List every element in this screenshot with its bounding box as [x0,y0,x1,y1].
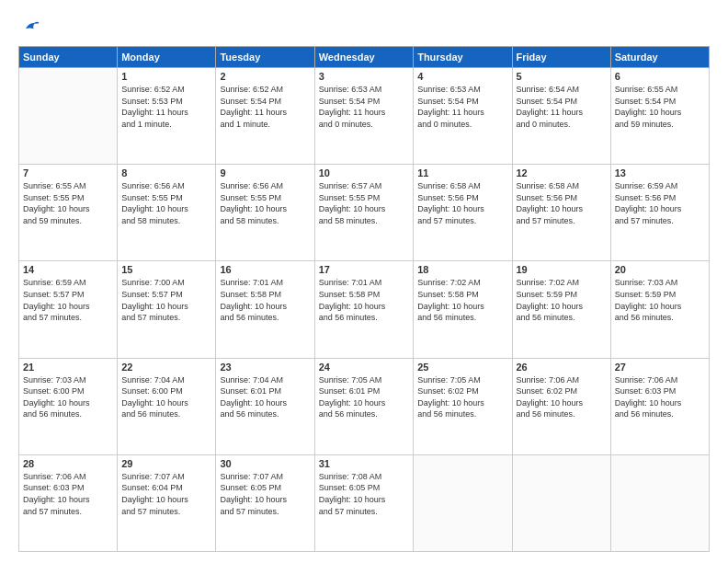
day-info: Sunrise: 6:52 AM Sunset: 5:53 PM Dayligh… [121,84,211,130]
calendar-week-row: 1Sunrise: 6:52 AM Sunset: 5:53 PM Daylig… [19,68,710,165]
calendar-cell: 27Sunrise: 7:06 AM Sunset: 6:03 PM Dayli… [610,358,709,454]
day-header-friday: Friday [512,47,610,68]
day-info: Sunrise: 6:53 AM Sunset: 5:54 PM Dayligh… [417,84,507,130]
calendar-cell: 6Sunrise: 6:55 AM Sunset: 5:54 PM Daylig… [610,68,709,165]
day-header-monday: Monday [118,47,216,68]
day-number: 14 [23,264,113,275]
day-number: 19 [517,264,607,275]
day-info: Sunrise: 7:01 AM Sunset: 5:58 PM Dayligh… [220,277,310,323]
day-info: Sunrise: 7:06 AM Sunset: 6:03 PM Dayligh… [23,471,113,517]
day-number: 24 [319,362,409,373]
day-number: 25 [417,362,507,373]
day-info: Sunrise: 7:00 AM Sunset: 5:57 PM Dayligh… [121,277,211,323]
calendar-week-row: 14Sunrise: 6:59 AM Sunset: 5:57 PM Dayli… [19,261,710,358]
calendar-cell: 8Sunrise: 6:56 AM Sunset: 5:55 PM Daylig… [118,165,216,261]
calendar-week-row: 21Sunrise: 7:03 AM Sunset: 6:00 PM Dayli… [19,358,710,454]
calendar-cell [512,454,610,551]
calendar-cell: 5Sunrise: 6:54 AM Sunset: 5:54 PM Daylig… [512,68,610,165]
day-number: 12 [517,167,607,178]
day-number: 22 [121,362,211,373]
day-info: Sunrise: 7:06 AM Sunset: 6:02 PM Dayligh… [517,374,607,420]
calendar-cell: 11Sunrise: 6:58 AM Sunset: 5:56 PM Dayli… [414,165,512,261]
day-number: 27 [615,362,705,373]
day-number: 4 [417,71,507,82]
day-number: 7 [23,167,113,178]
day-number: 5 [517,71,607,82]
day-number: 18 [417,264,507,275]
calendar-cell: 10Sunrise: 6:57 AM Sunset: 5:55 PM Dayli… [314,165,413,261]
calendar-cell: 26Sunrise: 7:06 AM Sunset: 6:02 PM Dayli… [512,358,610,454]
calendar-cell: 22Sunrise: 7:04 AM Sunset: 6:00 PM Dayli… [118,358,216,454]
day-number: 17 [319,264,409,275]
calendar-cell: 4Sunrise: 6:53 AM Sunset: 5:54 PM Daylig… [414,68,512,165]
day-info: Sunrise: 7:07 AM Sunset: 6:04 PM Dayligh… [121,471,211,517]
calendar-cell: 7Sunrise: 6:55 AM Sunset: 5:55 PM Daylig… [19,165,118,261]
day-header-tuesday: Tuesday [216,47,314,68]
day-info: Sunrise: 6:59 AM Sunset: 5:57 PM Dayligh… [23,277,113,323]
day-number: 28 [23,458,113,469]
logo [18,17,40,37]
calendar-cell: 16Sunrise: 7:01 AM Sunset: 5:58 PM Dayli… [216,261,314,358]
day-info: Sunrise: 7:06 AM Sunset: 6:03 PM Dayligh… [615,374,705,420]
day-info: Sunrise: 6:52 AM Sunset: 5:54 PM Dayligh… [220,84,310,130]
day-info: Sunrise: 7:04 AM Sunset: 6:00 PM Dayligh… [121,374,211,420]
calendar-cell: 14Sunrise: 6:59 AM Sunset: 5:57 PM Dayli… [19,261,118,358]
day-number: 2 [220,71,310,82]
day-number: 21 [23,362,113,373]
day-info: Sunrise: 7:03 AM Sunset: 5:59 PM Dayligh… [615,277,705,323]
calendar-cell: 19Sunrise: 7:02 AM Sunset: 5:59 PM Dayli… [512,261,610,358]
day-info: Sunrise: 7:01 AM Sunset: 5:58 PM Dayligh… [319,277,409,323]
day-number: 31 [319,458,409,469]
day-number: 9 [220,167,310,178]
calendar-cell: 12Sunrise: 6:58 AM Sunset: 5:56 PM Dayli… [512,165,610,261]
day-header-wednesday: Wednesday [314,47,413,68]
day-info: Sunrise: 6:58 AM Sunset: 5:56 PM Dayligh… [517,180,607,226]
day-info: Sunrise: 7:02 AM Sunset: 5:58 PM Dayligh… [417,277,507,323]
day-info: Sunrise: 6:55 AM Sunset: 5:55 PM Dayligh… [23,180,113,226]
day-info: Sunrise: 7:05 AM Sunset: 6:02 PM Dayligh… [417,374,507,420]
calendar-table: SundayMondayTuesdayWednesdayThursdayFrid… [18,46,710,552]
calendar-week-row: 28Sunrise: 7:06 AM Sunset: 6:03 PM Dayli… [19,454,710,551]
calendar-cell: 18Sunrise: 7:02 AM Sunset: 5:58 PM Dayli… [414,261,512,358]
day-number: 10 [319,167,409,178]
day-info: Sunrise: 7:07 AM Sunset: 6:05 PM Dayligh… [220,471,310,517]
day-header-thursday: Thursday [414,47,512,68]
day-info: Sunrise: 7:08 AM Sunset: 6:05 PM Dayligh… [319,471,409,517]
day-info: Sunrise: 7:04 AM Sunset: 6:01 PM Dayligh… [220,374,310,420]
calendar-week-row: 7Sunrise: 6:55 AM Sunset: 5:55 PM Daylig… [19,165,710,261]
calendar-cell [19,68,118,165]
calendar-cell: 15Sunrise: 7:00 AM Sunset: 5:57 PM Dayli… [118,261,216,358]
day-number: 26 [517,362,607,373]
page: SundayMondayTuesdayWednesdayThursdayFrid… [0,0,728,563]
day-number: 16 [220,264,310,275]
bird-icon [20,17,40,37]
header [18,17,710,37]
day-info: Sunrise: 7:03 AM Sunset: 6:00 PM Dayligh… [23,374,113,420]
day-header-sunday: Sunday [19,47,118,68]
calendar-cell: 23Sunrise: 7:04 AM Sunset: 6:01 PM Dayli… [216,358,314,454]
day-info: Sunrise: 6:59 AM Sunset: 5:56 PM Dayligh… [615,180,705,226]
day-info: Sunrise: 6:58 AM Sunset: 5:56 PM Dayligh… [417,180,507,226]
day-number: 29 [121,458,211,469]
day-info: Sunrise: 6:56 AM Sunset: 5:55 PM Dayligh… [220,180,310,226]
day-number: 23 [220,362,310,373]
calendar-cell: 9Sunrise: 6:56 AM Sunset: 5:55 PM Daylig… [216,165,314,261]
day-header-saturday: Saturday [610,47,709,68]
day-info: Sunrise: 6:53 AM Sunset: 5:54 PM Dayligh… [319,84,409,130]
day-info: Sunrise: 6:56 AM Sunset: 5:55 PM Dayligh… [121,180,211,226]
day-number: 1 [121,71,211,82]
calendar-cell: 29Sunrise: 7:07 AM Sunset: 6:04 PM Dayli… [118,454,216,551]
day-info: Sunrise: 7:05 AM Sunset: 6:01 PM Dayligh… [319,374,409,420]
calendar-cell: 17Sunrise: 7:01 AM Sunset: 5:58 PM Dayli… [314,261,413,358]
day-info: Sunrise: 6:57 AM Sunset: 5:55 PM Dayligh… [319,180,409,226]
calendar-cell [414,454,512,551]
calendar-cell: 25Sunrise: 7:05 AM Sunset: 6:02 PM Dayli… [414,358,512,454]
day-number: 11 [417,167,507,178]
day-number: 30 [220,458,310,469]
calendar-cell: 2Sunrise: 6:52 AM Sunset: 5:54 PM Daylig… [216,68,314,165]
day-number: 20 [615,264,705,275]
day-info: Sunrise: 6:55 AM Sunset: 5:54 PM Dayligh… [615,84,705,130]
day-number: 3 [319,71,409,82]
calendar-header-row: SundayMondayTuesdayWednesdayThursdayFrid… [19,47,710,68]
calendar-cell: 21Sunrise: 7:03 AM Sunset: 6:00 PM Dayli… [19,358,118,454]
